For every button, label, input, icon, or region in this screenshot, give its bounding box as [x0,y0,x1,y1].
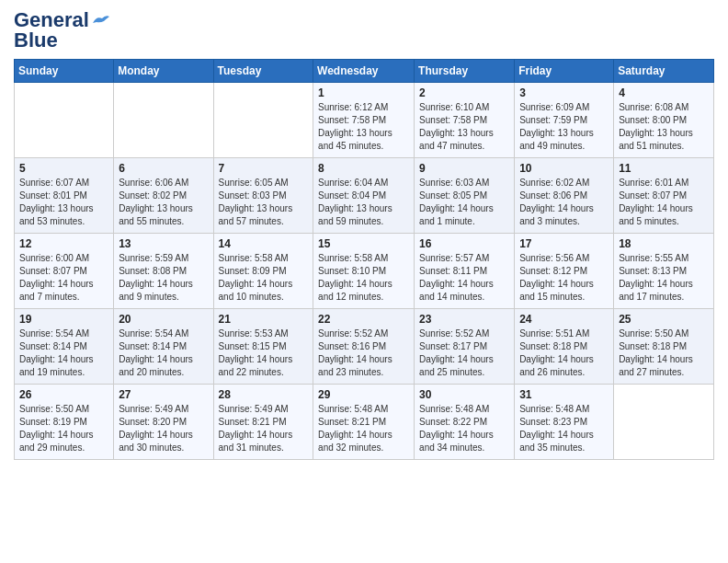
day-number: 9 [419,162,509,175]
day-info: Sunrise: 5:50 AM Sunset: 8:18 PM Dayligh… [619,327,709,379]
calendar-cell: 4Sunrise: 6:08 AM Sunset: 8:00 PM Daylig… [614,83,714,158]
weekday-header-saturday: Saturday [614,60,714,83]
day-number: 26 [19,388,108,401]
calendar-week-row: 26Sunrise: 5:50 AM Sunset: 8:19 PM Dayli… [15,385,714,460]
calendar-cell: 27Sunrise: 5:49 AM Sunset: 8:20 PM Dayli… [114,385,213,460]
calendar-week-row: 5Sunrise: 6:07 AM Sunset: 8:01 PM Daylig… [15,158,714,234]
weekday-header-row: SundayMondayTuesdayWednesdayThursdayFrid… [15,60,714,83]
day-number: 27 [119,388,208,401]
day-info: Sunrise: 5:55 AM Sunset: 8:13 PM Dayligh… [619,252,709,304]
calendar-cell: 16Sunrise: 5:57 AM Sunset: 8:11 PM Dayli… [415,234,515,309]
header: General Blue [14,9,714,52]
day-info: Sunrise: 5:54 AM Sunset: 8:14 PM Dayligh… [19,327,108,379]
day-info: Sunrise: 5:48 AM Sunset: 8:22 PM Dayligh… [419,403,509,454]
day-info: Sunrise: 5:48 AM Sunset: 8:21 PM Dayligh… [318,403,409,454]
day-info: Sunrise: 6:08 AM Sunset: 8:00 PM Dayligh… [619,101,709,153]
day-number: 22 [318,313,409,326]
day-number: 2 [419,86,509,99]
calendar-week-row: 12Sunrise: 6:00 AM Sunset: 8:07 PM Dayli… [15,234,714,309]
day-number: 29 [318,388,409,401]
calendar-cell: 18Sunrise: 5:55 AM Sunset: 8:13 PM Dayli… [614,234,714,309]
weekday-header-wednesday: Wednesday [313,60,415,83]
calendar-cell: 7Sunrise: 6:05 AM Sunset: 8:03 PM Daylig… [213,158,313,234]
day-info: Sunrise: 5:58 AM Sunset: 8:10 PM Dayligh… [318,252,409,304]
day-info: Sunrise: 6:04 AM Sunset: 8:04 PM Dayligh… [318,177,409,228]
calendar-cell: 10Sunrise: 6:02 AM Sunset: 8:06 PM Dayli… [515,158,614,234]
day-info: Sunrise: 5:52 AM Sunset: 8:16 PM Dayligh… [318,327,409,379]
day-info: Sunrise: 5:58 AM Sunset: 8:09 PM Dayligh… [219,252,309,304]
day-info: Sunrise: 5:49 AM Sunset: 8:21 PM Dayligh… [219,403,309,454]
calendar-cell: 26Sunrise: 5:50 AM Sunset: 8:19 PM Dayli… [15,385,114,460]
calendar-cell: 12Sunrise: 6:00 AM Sunset: 8:07 PM Dayli… [15,234,114,309]
day-number: 4 [619,86,709,99]
day-number: 8 [318,162,409,175]
day-number: 13 [119,237,208,250]
day-info: Sunrise: 5:50 AM Sunset: 8:19 PM Dayligh… [19,403,108,454]
calendar-cell: 23Sunrise: 5:52 AM Sunset: 8:17 PM Dayli… [415,309,515,385]
day-number: 20 [119,313,208,326]
day-info: Sunrise: 6:10 AM Sunset: 7:58 PM Dayligh… [419,101,509,153]
day-number: 10 [519,162,609,175]
day-number: 16 [419,237,509,250]
logo-bird-icon [91,14,109,29]
day-info: Sunrise: 5:54 AM Sunset: 8:14 PM Dayligh… [119,327,208,379]
day-info: Sunrise: 5:51 AM Sunset: 8:18 PM Dayligh… [519,327,609,379]
day-number: 30 [419,388,509,401]
day-number: 7 [219,162,309,175]
calendar-cell: 3Sunrise: 6:09 AM Sunset: 7:59 PM Daylig… [515,83,614,158]
day-number: 14 [219,237,309,250]
day-number: 23 [419,313,509,326]
day-info: Sunrise: 5:57 AM Sunset: 8:11 PM Dayligh… [419,252,509,304]
calendar-cell: 15Sunrise: 5:58 AM Sunset: 8:10 PM Dayli… [313,234,415,309]
day-info: Sunrise: 5:49 AM Sunset: 8:20 PM Dayligh… [119,403,208,454]
day-number: 25 [619,313,709,326]
day-info: Sunrise: 5:56 AM Sunset: 8:12 PM Dayligh… [519,252,609,304]
day-number: 15 [318,237,409,250]
calendar-cell: 22Sunrise: 5:52 AM Sunset: 8:16 PM Dayli… [313,309,415,385]
day-info: Sunrise: 5:59 AM Sunset: 8:08 PM Dayligh… [119,252,208,304]
calendar-cell: 20Sunrise: 5:54 AM Sunset: 8:14 PM Dayli… [114,309,213,385]
weekday-header-monday: Monday [114,60,213,83]
calendar-cell: 31Sunrise: 5:48 AM Sunset: 8:23 PM Dayli… [515,385,614,460]
day-info: Sunrise: 6:00 AM Sunset: 8:07 PM Dayligh… [19,252,108,304]
calendar-cell: 17Sunrise: 5:56 AM Sunset: 8:12 PM Dayli… [515,234,614,309]
day-info: Sunrise: 6:09 AM Sunset: 7:59 PM Dayligh… [519,101,609,153]
calendar-cell: 8Sunrise: 6:04 AM Sunset: 8:04 PM Daylig… [313,158,415,234]
calendar-cell: 24Sunrise: 5:51 AM Sunset: 8:18 PM Dayli… [515,309,614,385]
calendar-cell: 14Sunrise: 5:58 AM Sunset: 8:09 PM Dayli… [213,234,313,309]
calendar-cell: 30Sunrise: 5:48 AM Sunset: 8:22 PM Dayli… [415,385,515,460]
day-info: Sunrise: 6:07 AM Sunset: 8:01 PM Dayligh… [19,177,108,228]
calendar-week-row: 1Sunrise: 6:12 AM Sunset: 7:58 PM Daylig… [15,83,714,158]
day-info: Sunrise: 5:48 AM Sunset: 8:23 PM Dayligh… [519,403,609,454]
logo-blue: Blue [14,29,58,52]
calendar-cell: 6Sunrise: 6:06 AM Sunset: 8:02 PM Daylig… [114,158,213,234]
calendar-cell [213,83,313,158]
calendar-cell [15,83,114,158]
day-info: Sunrise: 5:53 AM Sunset: 8:15 PM Dayligh… [219,327,309,379]
calendar-cell: 29Sunrise: 5:48 AM Sunset: 8:21 PM Dayli… [313,385,415,460]
calendar-cell: 28Sunrise: 5:49 AM Sunset: 8:21 PM Dayli… [213,385,313,460]
weekday-header-sunday: Sunday [15,60,114,83]
logo: General Blue [14,9,109,52]
day-info: Sunrise: 5:52 AM Sunset: 8:17 PM Dayligh… [419,327,509,379]
calendar-week-row: 19Sunrise: 5:54 AM Sunset: 8:14 PM Dayli… [15,309,714,385]
calendar-cell: 19Sunrise: 5:54 AM Sunset: 8:14 PM Dayli… [15,309,114,385]
day-number: 28 [219,388,309,401]
day-info: Sunrise: 6:03 AM Sunset: 8:05 PM Dayligh… [419,177,509,228]
day-number: 19 [19,313,108,326]
day-info: Sunrise: 6:06 AM Sunset: 8:02 PM Dayligh… [119,177,208,228]
calendar-cell: 11Sunrise: 6:01 AM Sunset: 8:07 PM Dayli… [614,158,714,234]
weekday-header-friday: Friday [515,60,614,83]
calendar-cell [614,385,714,460]
day-number: 5 [19,162,108,175]
calendar-cell: 1Sunrise: 6:12 AM Sunset: 7:58 PM Daylig… [313,83,415,158]
calendar-cell: 25Sunrise: 5:50 AM Sunset: 8:18 PM Dayli… [614,309,714,385]
day-info: Sunrise: 6:02 AM Sunset: 8:06 PM Dayligh… [519,177,609,228]
calendar-table: SundayMondayTuesdayWednesdayThursdayFrid… [14,59,714,460]
day-number: 11 [619,162,709,175]
calendar-cell: 13Sunrise: 5:59 AM Sunset: 8:08 PM Dayli… [114,234,213,309]
day-number: 12 [19,237,108,250]
weekday-header-tuesday: Tuesday [213,60,313,83]
day-number: 6 [119,162,208,175]
day-number: 3 [519,86,609,99]
